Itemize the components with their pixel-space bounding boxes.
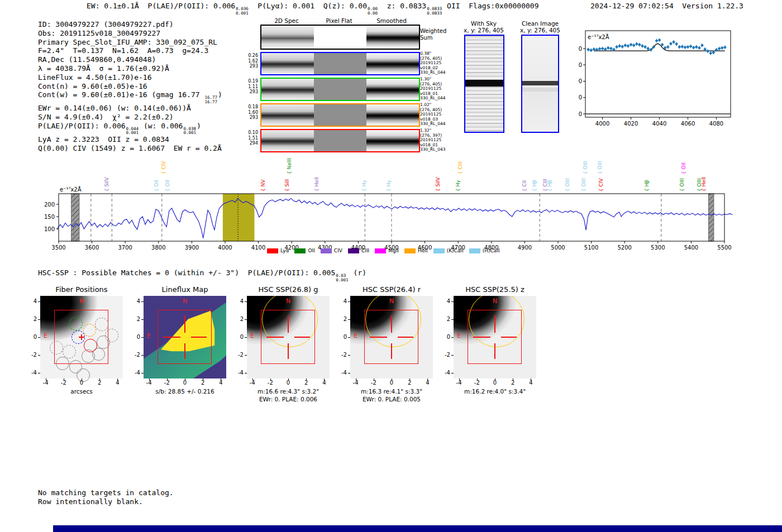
y-tick-label: 4	[235, 298, 244, 304]
full-spectrum-chart: 3500360037003800390040004100420043004400…	[34, 145, 754, 258]
compass-north-label: N	[247, 298, 330, 305]
svg-text:3600: 3600	[85, 245, 99, 251]
y-tick-mark	[38, 319, 40, 320]
hsc-z-panel: -4-4-2-2002244NE	[454, 296, 536, 378]
crosshair-v	[288, 343, 289, 359]
spec2d-cell	[314, 26, 366, 49]
spec2d-row	[260, 103, 420, 127]
fiber-circle	[50, 341, 63, 354]
spectral-line-label: { Hγ	[386, 180, 392, 191]
compass-east-label: E	[147, 332, 151, 339]
svg-text:4000: 4000	[595, 121, 609, 127]
report-datetime-version: 2024-12-29 07:02:54 Version 1.22.3	[590, 2, 743, 11]
svg-text:4100: 4100	[251, 245, 265, 251]
spectral-line-label: { OII	[681, 162, 686, 174]
x-tick-mark	[392, 378, 392, 381]
info-line: EWr = 0.14(±0.06) (w: 0.14(±0.06))Å	[38, 104, 222, 113]
x-tick-mark	[185, 378, 185, 381]
y-tick-label: 2	[28, 316, 37, 322]
x-tick-mark	[203, 378, 203, 381]
spec2d-cell	[261, 53, 314, 74]
catalog-note-line: Row intentionally blank.	[38, 497, 174, 506]
svg-text:5400: 5400	[684, 245, 698, 251]
info-line: Obs: 20191125v018_3004979227	[38, 29, 222, 38]
stacked-limits: 0.0380.001	[183, 127, 197, 135]
legend-swatch	[375, 248, 386, 253]
info-line: RA,Dec (11.549860,0.494048)	[38, 55, 222, 64]
legend-item: MgII	[375, 248, 399, 253]
hsc-r-mag-line: m:16.3 re:4.1" s:3.3"	[350, 388, 433, 395]
spec2d-cell	[314, 53, 366, 74]
col-title-2dspec: 2D Spec	[260, 17, 313, 24]
crosshair-v	[391, 315, 392, 333]
stacked-limits: 16.7716.77	[204, 95, 218, 104]
spec2d-row	[260, 78, 420, 101]
spec2d-cell	[261, 104, 314, 126]
svg-text:150: 150	[44, 214, 55, 220]
clean-image-title: Clean Image	[515, 20, 565, 27]
y-tick-mark	[38, 355, 40, 356]
x-tick-mark	[477, 378, 478, 381]
stacked-limits: 0.0360.001	[235, 7, 249, 15]
x-tick-mark	[221, 378, 221, 381]
svg-text:3700: 3700	[118, 245, 132, 251]
x-tick-mark	[117, 378, 118, 381]
legend-label: CIV	[334, 248, 342, 253]
col-title-smoothed: Smoothed	[365, 17, 418, 24]
spec2d-cell	[366, 104, 419, 126]
spec2d-row-left-labels: 0.261.62293	[245, 53, 258, 69]
y-tick-label: -4	[338, 370, 347, 376]
legend-swatch	[469, 248, 480, 253]
sky-trace-band	[465, 80, 503, 87]
spec2d-row-right-labels: 1.30"(276, 405)20191125v018_01330_RL_044	[420, 77, 454, 101]
elixer-report-page: EW: 0.1±0.1Å P(LAE)/P(OII): 0.0060.0360.…	[0, 0, 782, 532]
y-tick-mark	[141, 319, 144, 320]
y-tick-mark	[38, 301, 40, 302]
svg-text:4080: 4080	[709, 121, 723, 127]
y-tick-mark	[38, 337, 40, 338]
x-tick-mark	[64, 378, 64, 381]
x-tick-mark	[149, 378, 150, 381]
y-tick-mark	[141, 355, 144, 356]
legend-item: OII	[294, 248, 314, 253]
svg-text:4020: 4020	[624, 121, 638, 127]
hsc-g-mag-line: m:16.6 re:4.3" s:3.2"	[247, 388, 330, 395]
spectral-line-label: { OIII	[583, 161, 588, 174]
legend-label: CIII	[361, 248, 369, 253]
y-tick-label: -4	[441, 370, 450, 376]
spec2d-row	[260, 25, 420, 50]
x-tick-mark	[513, 378, 513, 381]
spec2d-cell	[261, 26, 314, 49]
lineflux-map-panel: N E -4-4-2-2002244	[144, 296, 226, 378]
spectral-line-label: { HeII	[701, 177, 707, 191]
spectral-line-label: { Hβ	[547, 180, 552, 191]
spectral-line-label: { CIV	[598, 178, 604, 191]
hsc-g-title: HSC SSP(26.8) g	[247, 285, 330, 294]
svg-text:200: 200	[44, 202, 55, 208]
catalog-notes: No matching targets in catalog.Row inten…	[38, 488, 174, 506]
svg-text:5100: 5100	[584, 245, 598, 251]
svg-text:3900: 3900	[185, 245, 199, 251]
svg-text:e⁻¹⁷x2Å: e⁻¹⁷x2Å	[588, 33, 609, 40]
spectral-line-label: { CII	[522, 180, 527, 191]
svg-text:100: 100	[578, 78, 582, 84]
y-tick-mark	[141, 373, 144, 373]
svg-text:3500: 3500	[51, 245, 65, 251]
crosshair-v	[288, 315, 289, 333]
y-tick-label: 4	[131, 298, 140, 304]
spec2d-cell	[314, 104, 366, 126]
compass-north-label: N	[454, 298, 536, 305]
y-tick-label: -2	[235, 352, 244, 358]
hsc-g-plae-line: EWr: 0. PLAE: 0.006	[247, 396, 330, 402]
hsc-r-panel: -4-4-2-2002244NE	[350, 296, 433, 378]
spectral-line-label: { OII	[165, 180, 170, 191]
svg-text:5300: 5300	[651, 245, 665, 251]
with-sky-image	[464, 35, 504, 133]
compass-east-label: E	[44, 332, 47, 339]
svg-text:0: 0	[579, 111, 582, 117]
svg-text:100: 100	[44, 226, 55, 232]
x-tick-mark	[99, 378, 100, 381]
svg-text:3800: 3800	[151, 245, 165, 251]
svg-text:200: 200	[578, 46, 582, 52]
info-line: Cont(n) = 9.60(±0.05)e-16	[38, 82, 222, 91]
